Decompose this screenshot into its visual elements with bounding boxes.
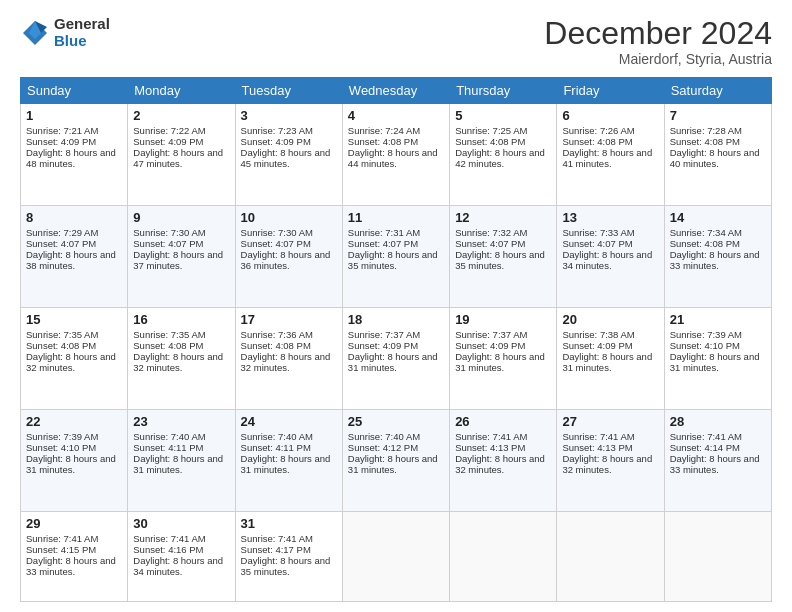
table-row: 2Sunrise: 7:22 AMSunset: 4:09 PMDaylight… — [128, 104, 235, 206]
table-row: 23Sunrise: 7:40 AMSunset: 4:11 PMDayligh… — [128, 410, 235, 512]
header-row: Sunday Monday Tuesday Wednesday Thursday… — [21, 78, 772, 104]
table-row: 18Sunrise: 7:37 AMSunset: 4:09 PMDayligh… — [342, 308, 449, 410]
table-row: 13Sunrise: 7:33 AMSunset: 4:07 PMDayligh… — [557, 206, 664, 308]
location: Maierdorf, Styria, Austria — [544, 51, 772, 67]
table-row: 21Sunrise: 7:39 AMSunset: 4:10 PMDayligh… — [664, 308, 771, 410]
table-row: 25Sunrise: 7:40 AMSunset: 4:12 PMDayligh… — [342, 410, 449, 512]
table-row: 8Sunrise: 7:29 AMSunset: 4:07 PMDaylight… — [21, 206, 128, 308]
table-row: 10Sunrise: 7:30 AMSunset: 4:07 PMDayligh… — [235, 206, 342, 308]
table-row: 26Sunrise: 7:41 AMSunset: 4:13 PMDayligh… — [450, 410, 557, 512]
table-row: 3Sunrise: 7:23 AMSunset: 4:09 PMDaylight… — [235, 104, 342, 206]
col-monday: Monday — [128, 78, 235, 104]
table-row: 22Sunrise: 7:39 AMSunset: 4:10 PMDayligh… — [21, 410, 128, 512]
table-row: 4Sunrise: 7:24 AMSunset: 4:08 PMDaylight… — [342, 104, 449, 206]
logo-text: General Blue — [54, 16, 110, 49]
col-friday: Friday — [557, 78, 664, 104]
table-row: 11Sunrise: 7:31 AMSunset: 4:07 PMDayligh… — [342, 206, 449, 308]
table-row: 31Sunrise: 7:41 AMSunset: 4:17 PMDayligh… — [235, 512, 342, 602]
table-row — [557, 512, 664, 602]
logo-blue: Blue — [54, 33, 110, 50]
table-row — [664, 512, 771, 602]
col-saturday: Saturday — [664, 78, 771, 104]
table-row: 9Sunrise: 7:30 AMSunset: 4:07 PMDaylight… — [128, 206, 235, 308]
col-tuesday: Tuesday — [235, 78, 342, 104]
table-row: 12Sunrise: 7:32 AMSunset: 4:07 PMDayligh… — [450, 206, 557, 308]
table-row: 20Sunrise: 7:38 AMSunset: 4:09 PMDayligh… — [557, 308, 664, 410]
table-row: 24Sunrise: 7:40 AMSunset: 4:11 PMDayligh… — [235, 410, 342, 512]
month-year: December 2024 — [544, 16, 772, 51]
table-row: 14Sunrise: 7:34 AMSunset: 4:08 PMDayligh… — [664, 206, 771, 308]
table-row — [450, 512, 557, 602]
table-row: 29Sunrise: 7:41 AMSunset: 4:15 PMDayligh… — [21, 512, 128, 602]
table-row: 1Sunrise: 7:21 AMSunset: 4:09 PMDaylight… — [21, 104, 128, 206]
col-sunday: Sunday — [21, 78, 128, 104]
table-row: 27Sunrise: 7:41 AMSunset: 4:13 PMDayligh… — [557, 410, 664, 512]
table-row — [342, 512, 449, 602]
table-row: 28Sunrise: 7:41 AMSunset: 4:14 PMDayligh… — [664, 410, 771, 512]
table-row: 19Sunrise: 7:37 AMSunset: 4:09 PMDayligh… — [450, 308, 557, 410]
col-wednesday: Wednesday — [342, 78, 449, 104]
table-row: 16Sunrise: 7:35 AMSunset: 4:08 PMDayligh… — [128, 308, 235, 410]
table-row: 7Sunrise: 7:28 AMSunset: 4:08 PMDaylight… — [664, 104, 771, 206]
header: General Blue December 2024 Maierdorf, St… — [20, 16, 772, 67]
logo-icon — [20, 18, 50, 48]
logo-general: General — [54, 16, 110, 33]
table-row: 15Sunrise: 7:35 AMSunset: 4:08 PMDayligh… — [21, 308, 128, 410]
table-row: 6Sunrise: 7:26 AMSunset: 4:08 PMDaylight… — [557, 104, 664, 206]
logo: General Blue — [20, 16, 110, 49]
table-row: 30Sunrise: 7:41 AMSunset: 4:16 PMDayligh… — [128, 512, 235, 602]
col-thursday: Thursday — [450, 78, 557, 104]
table-row: 5Sunrise: 7:25 AMSunset: 4:08 PMDaylight… — [450, 104, 557, 206]
page: General Blue December 2024 Maierdorf, St… — [0, 0, 792, 612]
title-block: December 2024 Maierdorf, Styria, Austria — [544, 16, 772, 67]
calendar-table: Sunday Monday Tuesday Wednesday Thursday… — [20, 77, 772, 602]
table-row: 17Sunrise: 7:36 AMSunset: 4:08 PMDayligh… — [235, 308, 342, 410]
